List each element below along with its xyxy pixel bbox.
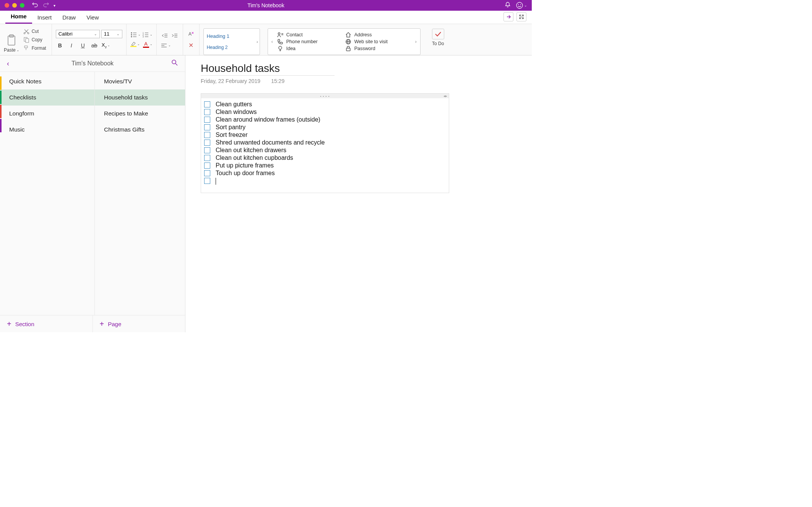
tags-next-button[interactable]: › — [413, 39, 419, 44]
task-checkbox[interactable] — [204, 178, 210, 184]
format-painter-button[interactable]: Format — [22, 44, 48, 52]
task-checkbox[interactable] — [204, 101, 210, 107]
tab-insert[interactable]: Insert — [32, 11, 57, 24]
task-item[interactable]: Put up picture frames — [204, 162, 446, 169]
section-item[interactable]: Longform — [0, 106, 94, 122]
task-checkbox[interactable] — [204, 132, 210, 138]
page-date[interactable]: Friday, 22 February 2019 — [201, 78, 260, 84]
task-item[interactable]: Shred unwanted documents and recycle — [204, 139, 446, 146]
task-text[interactable]: Clean out kitchen drawers — [216, 147, 286, 154]
page-item[interactable]: Movies/TV — [95, 73, 185, 89]
task-text[interactable]: Sort freezer — [216, 132, 248, 138]
section-color-tab[interactable] — [0, 91, 2, 104]
paste-button[interactable]: Paste⌄ — [4, 26, 19, 53]
copy-button[interactable]: Copy — [22, 36, 48, 44]
add-section-button[interactable]: +Section — [0, 315, 93, 332]
bullet-list-button[interactable]: ⌄ — [130, 32, 141, 38]
fullscreen-button[interactable] — [516, 12, 526, 21]
clear-formatting-button[interactable]: A — [187, 30, 195, 38]
notifications-icon[interactable] — [505, 2, 511, 9]
task-item[interactable]: Sort freezer — [204, 131, 446, 139]
redo-button[interactable] — [43, 2, 49, 9]
tag-address[interactable]: Address — [345, 32, 411, 38]
subscript-button[interactable]: X2⌄ — [102, 42, 110, 49]
task-item[interactable]: Sort pantry — [204, 123, 446, 131]
add-page-button[interactable]: +Page — [93, 315, 185, 332]
tag-contact[interactable]: Contact — [277, 32, 343, 38]
section-color-tab[interactable] — [0, 119, 2, 132]
font-size-select[interactable]: 11⌄ — [101, 30, 122, 38]
task-text[interactable]: Clean out kitchen cupboards — [216, 154, 293, 161]
numbered-list-button[interactable]: 123⌄ — [142, 32, 153, 38]
page-time[interactable]: 15:29 — [271, 78, 284, 84]
page-item[interactable]: Household tasks — [95, 89, 185, 106]
font-family-select[interactable]: Calibri⌄ — [56, 30, 100, 38]
tab-draw[interactable]: Draw — [57, 11, 81, 24]
task-text[interactable]: Clean windows — [216, 109, 257, 115]
heading2-style[interactable]: Heading 2 — [207, 45, 257, 50]
align-button[interactable]: ⌄ — [161, 43, 171, 48]
tags-prev-button[interactable]: ‹ — [270, 39, 275, 44]
section-item[interactable]: Checklists — [0, 89, 94, 106]
heading1-style[interactable]: Heading 1 — [207, 33, 257, 39]
font-color-button[interactable]: A⌄ — [143, 41, 153, 48]
section-color-tab[interactable] — [0, 105, 2, 118]
customize-qat-button[interactable]: ▾ — [54, 3, 55, 8]
cut-button[interactable]: Cut — [22, 28, 48, 35]
tab-view[interactable]: View — [81, 11, 104, 24]
task-checkbox[interactable] — [204, 124, 210, 130]
task-item-empty[interactable] — [204, 177, 446, 185]
back-button[interactable]: ‹ — [7, 60, 9, 68]
page-item[interactable]: Christmas Gifts — [95, 122, 185, 138]
page-canvas[interactable]: Household tasks Friday, 22 February 2019… — [185, 55, 532, 332]
todo-tag-button[interactable] — [432, 29, 444, 39]
task-item[interactable]: Clean out kitchen drawers — [204, 146, 446, 154]
task-checkbox[interactable] — [204, 140, 210, 146]
italic-button[interactable]: I — [67, 41, 76, 50]
tag-phone-number[interactable]: Phone number — [277, 39, 343, 45]
task-item[interactable]: Clean out kitchen cupboards — [204, 154, 446, 162]
task-checkbox[interactable] — [204, 155, 210, 161]
undo-button[interactable] — [32, 2, 38, 9]
underline-button[interactable]: U — [79, 41, 87, 50]
section-color-tab[interactable] — [0, 76, 2, 90]
indent-button[interactable] — [171, 31, 179, 40]
close-window-button[interactable] — [5, 3, 9, 8]
page-title[interactable]: Household tasks — [201, 62, 516, 75]
section-item[interactable]: Quick Notes — [0, 73, 94, 89]
task-item[interactable]: Clean windows — [204, 108, 446, 116]
task-text[interactable]: Sort pantry — [216, 124, 245, 131]
maximize-window-button[interactable] — [20, 3, 24, 8]
task-text[interactable]: Touch up door frames — [216, 170, 275, 177]
tag-web-site-to-visit[interactable]: Web site to visit — [345, 39, 411, 45]
section-item[interactable]: Music — [0, 122, 94, 138]
task-text[interactable]: Clean gutters — [216, 101, 252, 108]
bold-button[interactable]: B — [56, 41, 64, 50]
search-icon[interactable] — [171, 59, 178, 68]
styles-gallery[interactable]: Heading 1 Heading 2 › — [203, 28, 260, 55]
notebook-title[interactable]: Tim's Notebook — [71, 60, 114, 67]
task-text[interactable]: Clean around window frames (outside) — [216, 116, 320, 123]
tag-idea[interactable]: Idea — [277, 46, 343, 52]
highlight-button[interactable]: ⌄ — [130, 41, 140, 47]
account-icon[interactable]: ⌄ — [516, 2, 527, 9]
delete-button[interactable]: ✕ — [187, 41, 195, 50]
share-button[interactable] — [503, 12, 513, 21]
tab-home[interactable]: Home — [5, 10, 32, 24]
tag-password[interactable]: Password — [345, 46, 411, 52]
note-container[interactable]: • • • • ◂▸ Clean guttersClean windowsCle… — [201, 93, 449, 193]
minimize-window-button[interactable] — [12, 3, 17, 8]
task-item[interactable]: Touch up door frames — [204, 169, 446, 177]
task-text[interactable]: Shred unwanted documents and recycle — [216, 139, 325, 146]
styles-more-button[interactable]: › — [257, 39, 258, 44]
task-checkbox[interactable] — [204, 109, 210, 115]
note-container-handle[interactable]: • • • • ◂▸ — [201, 94, 449, 98]
task-checkbox[interactable] — [204, 117, 210, 123]
outdent-button[interactable] — [161, 31, 169, 40]
task-checkbox[interactable] — [204, 170, 210, 176]
page-item[interactable]: Recipes to Make — [95, 106, 185, 122]
task-checkbox[interactable] — [204, 162, 210, 169]
task-text[interactable]: Put up picture frames — [216, 162, 274, 169]
task-item[interactable]: Clean around window frames (outside) — [204, 116, 446, 123]
task-item[interactable]: Clean gutters — [204, 101, 446, 108]
